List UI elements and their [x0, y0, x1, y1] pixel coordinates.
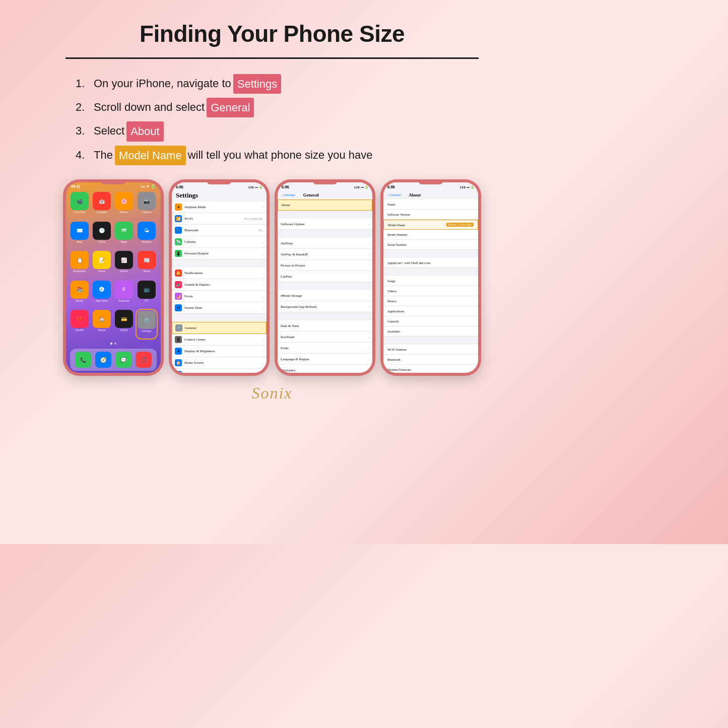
app-stocks[interactable]: 📈 Stocks [114, 251, 134, 278]
app-facetime[interactable]: 📹 FaceTime [70, 192, 89, 219]
general-carplay[interactable]: CarPlay › [278, 271, 372, 282]
app-health[interactable]: ❤️ Health [70, 310, 89, 339]
app-photos[interactable]: 🌸 Photos [114, 192, 134, 219]
phone-notch-2 [207, 179, 232, 184]
general-pip[interactable]: Picture in Picture › [278, 260, 372, 271]
general-softwareupdate[interactable]: Software Update › [278, 219, 372, 230]
app-notes[interactable]: 📝 Notes [92, 251, 111, 278]
general-backgroundapp[interactable]: Background App Refresh › [278, 301, 372, 312]
settings-title: Settings [172, 190, 267, 202]
model-name-highlight: Model Name [115, 146, 186, 165]
app-clock[interactable]: 🕐 Clock [92, 222, 111, 248]
step-3: Select About [76, 121, 479, 141]
app-books[interactable]: 📚 Books [70, 281, 89, 307]
general-language[interactable]: Language & Region › [278, 354, 372, 365]
app-home[interactable]: 🏠 Home [92, 310, 111, 339]
setting-notifications[interactable]: 🔔 Notifications › [172, 268, 267, 279]
step-1: On your iPhone, navigate to Settings [76, 74, 479, 94]
controlcenter-icon: 🎛 [175, 336, 182, 343]
app-calendar[interactable]: 📅 Calendar [92, 192, 111, 219]
phone-1-screen: 09:41 ▪▪▪ ✦ 🔋 📹 FaceTime 📅 Calendar 🌸 [66, 182, 161, 373]
setting-airplane[interactable]: ✈ Airplane Mode ○ [172, 202, 267, 213]
app-podcasts[interactable]: 🎙 Podcasts [114, 281, 134, 307]
about-modelnumber[interactable]: Model Number [383, 230, 478, 240]
about-modelname[interactable]: Model Name iPhone 11 Pro Max [383, 220, 478, 230]
general-nav: ‹ Settings General [278, 190, 372, 200]
page-title: Finding Your Phone Size [140, 20, 405, 47]
general-iphonestorage[interactable]: iPhone Storage › [278, 290, 372, 301]
cellular-icon: 📡 [175, 238, 182, 245]
setting-display[interactable]: ☀ Display & Brightness › [172, 346, 267, 357]
about-bluetooth[interactable]: Bluetooth [383, 355, 478, 365]
phone-1-mockup: 09:41 ▪▪▪ ✦ 🔋 📹 FaceTime 📅 Calendar 🌸 [63, 179, 164, 376]
about-highlight-text: About [126, 121, 164, 141]
about-available[interactable]: Available [383, 326, 478, 337]
brand-signature: Sonix [251, 384, 292, 403]
general-about[interactable]: About › [278, 200, 372, 211]
phone-notch-4 [418, 179, 443, 184]
app-reminders[interactable]: 📋 Reminders [70, 251, 89, 278]
app-tv[interactable]: 📺 TV [137, 281, 157, 307]
setting-cellular[interactable]: 📡 Cellular › [172, 236, 267, 248]
general-datetime[interactable]: Date & Time › [278, 320, 372, 332]
general-icon: ⚙️ [175, 324, 182, 332]
setting-bluetooth[interactable]: 🔵 Bluetooth On › [172, 225, 267, 236]
setting-wifi[interactable]: 📶 Wi-Fi Not Connected › [172, 213, 267, 225]
about-applications[interactable]: Applications [383, 306, 478, 316]
display-icon: ☀ [175, 348, 182, 355]
about-back-button[interactable]: ‹ General [387, 193, 401, 197]
apps-grid: 📹 FaceTime 📅 Calendar 🌸 Photos 📷 Camera [66, 190, 161, 341]
step-2: Scroll down and select General [76, 98, 479, 117]
about-applecare[interactable]: AppleCare+ with Theft and Loss [383, 258, 478, 268]
general-airdrop[interactable]: AirDrop › [278, 238, 372, 249]
setting-hotspot[interactable]: 📱 Personal Hotspot › [172, 248, 267, 259]
about-wifi[interactable]: Wi-Fi Address [383, 345, 478, 355]
app-wallet[interactable]: 💳 Wallet [114, 310, 134, 339]
about-videos[interactable]: Videos [383, 286, 478, 296]
general-fonts[interactable]: Fonts › [278, 343, 372, 354]
settings-highlight: Settings [233, 74, 282, 94]
phone-4-mockup: 6:06 LTE ▪▪▪ 🔋 ‹ General About Name Soft… [380, 179, 481, 376]
phone-3-screen: 6:06 LTE ▪▪▪ 🔋 ‹ Settings General About … [278, 182, 372, 373]
setting-accessibility[interactable]: ♿ Accessibility › [172, 369, 267, 373]
setting-focus[interactable]: 🌙 Focus › [172, 291, 267, 302]
dock-messages[interactable]: 💬 [115, 352, 131, 368]
phone-notch-3 [312, 179, 338, 184]
hotspot-icon: 📱 [175, 250, 182, 257]
general-airplay[interactable]: AirPlay & Handoff › [278, 249, 372, 260]
accessibility-icon: ♿ [175, 371, 182, 373]
about-songs[interactable]: Songs [383, 276, 478, 286]
phone-4-screen: 6:06 LTE ▪▪▪ 🔋 ‹ General About Name Soft… [383, 182, 478, 373]
dock-music[interactable]: 🎵 [136, 352, 152, 368]
dock-safari[interactable]: 🧭 [95, 352, 111, 368]
app-camera[interactable]: 📷 Camera [137, 192, 157, 219]
app-news[interactable]: 📰 News [137, 251, 157, 278]
app-mail[interactable]: ✉️ Mail [70, 222, 89, 248]
app-maps[interactable]: 🗺 Maps [114, 222, 134, 248]
setting-general[interactable]: ⚙️ General › [172, 322, 267, 334]
about-serial[interactable]: Serial Number [383, 240, 478, 250]
back-button[interactable]: ‹ Settings [282, 193, 295, 197]
page-indicator [66, 341, 161, 347]
setting-controlcenter[interactable]: 🎛 Control Center › [172, 334, 267, 346]
app-settings[interactable]: ⚙️ Settings [137, 310, 157, 339]
general-keyboard[interactable]: Keyboard › [278, 332, 372, 343]
section-divider [65, 57, 479, 59]
app-weather[interactable]: 🌤 Weather [137, 222, 157, 248]
dock-phone[interactable]: 📞 [75, 352, 91, 368]
about-software[interactable]: Software Version [383, 210, 478, 220]
setting-sounds[interactable]: 🔊 Sounds & Haptics › [172, 279, 267, 291]
setting-screentime[interactable]: ⏱ Screen Time › [172, 302, 267, 314]
phone-notch [101, 179, 126, 184]
dock: 📞 🧭 💬 🎵 [70, 349, 157, 371]
about-capacity[interactable]: Capacity [383, 316, 478, 326]
about-name[interactable]: Name [383, 200, 478, 210]
step-4: The Model Name will tell you what phone … [76, 146, 479, 165]
wifi-icon: 📶 [175, 215, 182, 222]
about-modem[interactable]: Modem Firmware [383, 365, 478, 373]
general-dictionary[interactable]: Dictionary › [278, 365, 372, 373]
setting-homescreen[interactable]: 🏠 Home Screen › [172, 357, 267, 369]
about-photos[interactable]: Photos [383, 296, 478, 306]
sounds-icon: 🔊 [175, 281, 182, 288]
app-appstore[interactable]: 🅐 App Store [92, 281, 111, 307]
